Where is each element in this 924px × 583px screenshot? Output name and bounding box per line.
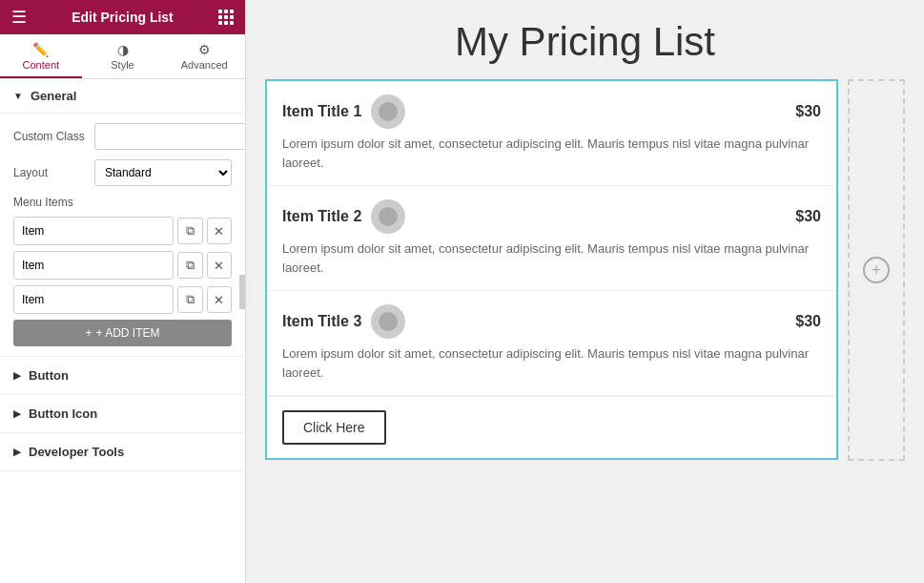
delete-item-3-button[interactable]: ✕ (207, 286, 233, 313)
button-icon-section-header[interactable]: ▶ Button Icon (0, 395, 245, 433)
pricing-item-1: Item Title 1 $30 Lorem ipsum dolor sit a… (267, 81, 836, 186)
pricing-item-2-title: Item Title 2 (282, 208, 361, 225)
button-icon-arrow-icon: ▶ (13, 408, 21, 419)
page-title: My Pricing List (246, 0, 924, 79)
add-widget-plus-button[interactable]: + (863, 257, 890, 283)
general-section-header[interactable]: ▼ General (0, 79, 245, 114)
sidebar-title: Edit Pricing List (72, 10, 174, 25)
tab-bar: ✏️ Content ◑ Style ⚙ Advanced (0, 34, 245, 79)
sidebar-collapse-handle[interactable]: ‹ (239, 275, 246, 309)
delete-item-1-button[interactable]: ✕ (207, 218, 233, 244)
tab-content[interactable]: ✏️ Content (0, 34, 82, 78)
pricing-item-2: Item Title 2 $30 Lorem ipsum dolor sit a… (267, 186, 836, 291)
pricing-item-3-left: Item Title 3 (282, 304, 405, 339)
duplicate-item-2-button[interactable]: ⧉ (177, 252, 203, 279)
button-section-header[interactable]: ▶ Button (0, 357, 245, 395)
menu-items-label: Menu Items (13, 196, 232, 209)
plus-icon: + (872, 260, 882, 281)
menu-item-input-3[interactable] (13, 285, 174, 314)
pricing-item-3-avatar (371, 304, 405, 339)
advanced-tab-label: Advanced (181, 59, 228, 71)
main-body: Item Title 1 $30 Lorem ipsum dolor sit a… (246, 79, 924, 461)
developer-tools-section-header[interactable]: ▶ Developer Tools (0, 433, 245, 471)
button-section-label: Button (29, 368, 69, 383)
pricing-item-1-avatar-inner (379, 102, 398, 121)
content-tab-icon: ✏️ (32, 42, 49, 57)
custom-class-row: Custom Class (13, 123, 232, 150)
add-widget-area[interactable]: + (848, 79, 905, 461)
main-content: My Pricing List Item Title 1 $30 Lorem i… (246, 0, 924, 583)
add-item-button[interactable]: + + ADD ITEM (13, 320, 232, 346)
sidebar-header: ☰ Edit Pricing List (0, 0, 245, 34)
pricing-item-1-left: Item Title 1 (282, 94, 405, 129)
pricing-item-1-desc: Lorem ipsum dolor sit amet, consectetur … (282, 135, 821, 172)
general-arrow-icon: ▼ (13, 91, 23, 101)
add-item-icon: + (85, 326, 92, 340)
pricing-item-2-desc: Lorem ipsum dolor sit amet, consectetur … (282, 239, 821, 277)
pricing-item-1-avatar (371, 94, 405, 129)
cta-row: Click Here (267, 396, 836, 458)
custom-class-input[interactable] (94, 123, 245, 150)
style-tab-icon: ◑ (117, 42, 129, 57)
menu-item-input-2[interactable] (13, 251, 174, 280)
grid-icon[interactable] (218, 10, 234, 25)
layout-select[interactable]: Standard Compact Wide (94, 159, 232, 186)
style-tab-label: Style (111, 59, 133, 71)
delete-item-2-button[interactable]: ✕ (207, 252, 233, 279)
pricing-item-3-header: Item Title 3 $30 (282, 304, 821, 339)
pricing-item-2-avatar-inner (379, 207, 398, 226)
tab-style[interactable]: ◑ Style (82, 34, 164, 78)
pricing-item-3-desc: Lorem ipsum dolor sit amet, consectetur … (282, 344, 821, 382)
menu-item-input-1[interactable] (13, 217, 174, 245)
add-item-label: + ADD ITEM (96, 326, 160, 340)
custom-class-label: Custom Class (13, 130, 94, 143)
button-icon-section-label: Button Icon (29, 406, 97, 421)
hamburger-icon[interactable]: ☰ (11, 7, 27, 28)
general-section-body: Custom Class Layout Standard Compact Wid… (0, 114, 245, 357)
duplicate-item-1-button[interactable]: ⧉ (177, 218, 203, 244)
pricing-item-1-price: $30 (795, 103, 821, 120)
menu-item-row-1: ⧉ ✕ (13, 217, 232, 245)
pricing-item-3-avatar-inner (379, 312, 398, 331)
pricing-item-3-title: Item Title 3 (282, 313, 361, 330)
content-tab-label: Content (23, 59, 60, 71)
pricing-item-3-price: $30 (795, 313, 821, 330)
tab-advanced[interactable]: ⚙ Advanced (163, 34, 245, 78)
duplicate-item-3-button[interactable]: ⧉ (177, 286, 203, 313)
pricing-item-1-header: Item Title 1 $30 (282, 94, 821, 129)
pricing-item-2-left: Item Title 2 (282, 199, 405, 234)
menu-item-row-3: ⧉ ✕ (13, 285, 232, 314)
sidebar-content: ▼ General Custom Class Layout Standard C… (0, 79, 245, 583)
pricing-item-2-avatar (371, 199, 405, 234)
menu-item-row-2: ⧉ ✕ (13, 251, 232, 280)
layout-label: Layout (13, 166, 94, 179)
developer-tools-arrow-icon: ▶ (13, 447, 21, 457)
pricing-item-2-price: $30 (795, 208, 821, 225)
advanced-tab-icon: ⚙ (198, 42, 211, 57)
pricing-item-2-header: Item Title 2 $30 (282, 199, 821, 234)
pricing-item-3: Item Title 3 $30 Lorem ipsum dolor sit a… (267, 291, 836, 396)
pricing-list: Item Title 1 $30 Lorem ipsum dolor sit a… (265, 79, 838, 460)
sidebar: ☰ Edit Pricing List ✏️ Content ◑ Style ⚙… (0, 0, 246, 583)
developer-tools-section-label: Developer Tools (29, 445, 124, 459)
layout-row: Layout Standard Compact Wide (13, 159, 232, 186)
pricing-item-1-title: Item Title 1 (282, 103, 361, 120)
button-arrow-icon: ▶ (13, 370, 21, 381)
cta-button[interactable]: Click Here (282, 410, 386, 445)
general-section-label: General (31, 89, 76, 103)
